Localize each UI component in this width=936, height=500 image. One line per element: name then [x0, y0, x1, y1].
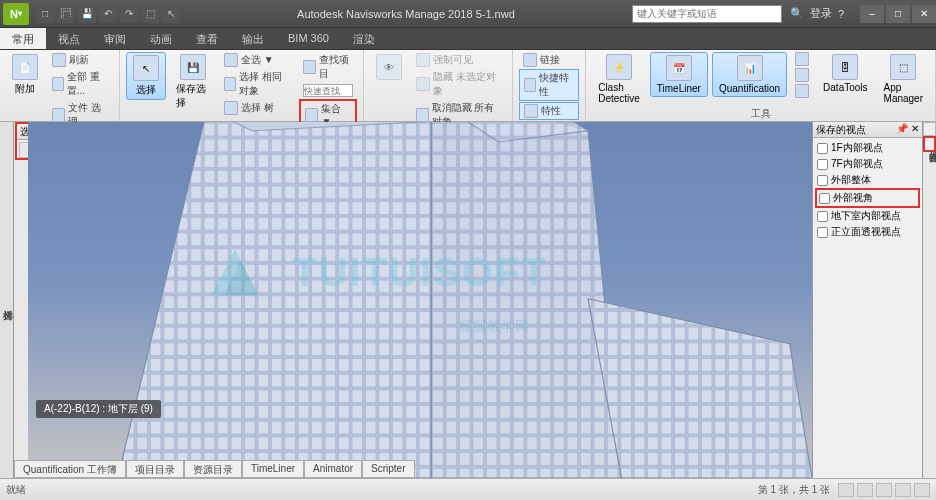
timeliner-icon: 📅 — [666, 55, 692, 81]
qat-cursor-icon[interactable]: ↖ — [162, 5, 180, 23]
help-search-input[interactable] — [632, 5, 782, 23]
select-tree-button[interactable]: 选择 树 — [220, 100, 295, 116]
file-icon — [52, 108, 65, 122]
ribbon: 📄附加 刷新 全部 重置... 文件 选理 项目 ▼ ↖选择 💾保存选择 全选 … — [0, 50, 936, 122]
autodesk-render-icon[interactable] — [795, 52, 809, 66]
viewport-3d[interactable]: TUITUISOFT 腿腿教学网 A(-22)-B(12) : 地下层 (9) — [28, 122, 812, 478]
save-sel-icon: 💾 — [180, 54, 206, 80]
camera-icon — [817, 211, 828, 222]
links-button[interactable]: 链接 — [519, 52, 579, 68]
properties-dock-tab[interactable]: 特性 — [923, 122, 936, 136]
saved-viewpoints-panel: 保存的视点📌 ✕ 1F内部视点 7F内部视点 外部整体 外部视角 地下室内部视点… — [812, 122, 922, 478]
btab-item-catalog[interactable]: 项目目录 — [126, 460, 184, 478]
qat-open-icon[interactable]: ⿸ — [57, 5, 75, 23]
select-button[interactable]: ↖选择 — [126, 52, 166, 100]
app-logo[interactable]: N▾ — [3, 3, 29, 25]
clash-button[interactable]: ⚡Clash Detective — [592, 52, 646, 106]
saved-viewpoints-title: 保存的视点 — [816, 123, 866, 136]
scripter-icon[interactable] — [795, 84, 809, 98]
save-selection-button[interactable]: 💾保存选择 — [170, 52, 216, 112]
datatools-icon: 🗄 — [832, 54, 858, 80]
find-items-button[interactable]: 查找项目 — [299, 52, 357, 82]
link-icon — [523, 53, 537, 67]
sb-icon-2[interactable] — [857, 483, 873, 497]
qat-select-icon[interactable]: ⬚ — [141, 5, 159, 23]
close-button[interactable]: ✕ — [912, 5, 936, 23]
tab-view[interactable]: 查看 — [184, 28, 230, 49]
camera-icon — [819, 193, 830, 204]
tab-bim360[interactable]: BIM 360 — [276, 28, 341, 49]
reset-icon — [52, 77, 64, 91]
btab-resource-catalog[interactable]: 资源目录 — [184, 460, 242, 478]
quick-prop-button[interactable]: 快捷特性 — [519, 69, 579, 101]
login-label[interactable]: 登录 — [810, 6, 832, 21]
panel-tools-label: 工具 — [592, 106, 929, 122]
tab-output[interactable]: 输出 — [230, 28, 276, 49]
status-left: 就绪 — [6, 483, 26, 497]
properties-button[interactable]: 特性 — [519, 102, 579, 120]
refresh-button[interactable]: 刷新 — [48, 52, 113, 68]
tab-render[interactable]: 渲染 — [341, 28, 387, 49]
require-button[interactable]: 强制可见 — [412, 52, 505, 68]
statusbar: 就绪 第 1 张，共 1 张 — [0, 478, 936, 500]
qat-redo-icon[interactable]: ↷ — [120, 5, 138, 23]
svg-marker-5 — [588, 299, 812, 478]
append-button[interactable]: 📄附加 — [6, 52, 44, 98]
selection-tree-dock-tab[interactable]: 选择树 — [0, 122, 14, 478]
viewpoint-item-selected[interactable]: 外部视角 — [815, 188, 920, 208]
watermark-subtitle: 腿腿教学网 — [459, 318, 529, 336]
search-icon[interactable]: 🔍 — [790, 7, 804, 20]
tab-review[interactable]: 审阅 — [92, 28, 138, 49]
btab-timeliner[interactable]: TimeLiner — [242, 460, 304, 478]
select-all-button[interactable]: 全选 ▼ — [220, 52, 295, 68]
quick-find-input[interactable] — [303, 84, 353, 97]
animator-icon[interactable] — [795, 68, 809, 82]
appmanager-button[interactable]: ⬚App Manager — [878, 52, 929, 106]
ribbon-tabs: 常用 视点 审阅 动画 查看 输出 BIM 360 渲染 — [0, 28, 936, 50]
sb-icon-1[interactable] — [838, 483, 854, 497]
camera-icon — [817, 175, 828, 186]
btab-animator[interactable]: Animator — [304, 460, 362, 478]
tab-viewpoint[interactable]: 视点 — [46, 28, 92, 49]
sb-icon-3[interactable] — [876, 483, 892, 497]
viewport-coord-overlay: A(-22)-B(12) : 地下层 (9) — [36, 400, 161, 418]
find-icon — [303, 60, 315, 74]
qat-save-icon[interactable]: 💾 — [78, 5, 96, 23]
timeliner-button[interactable]: 📅TimeLiner — [650, 52, 708, 97]
reset-all-button[interactable]: 全部 重置... — [48, 69, 113, 99]
btab-quantification[interactable]: Quantification 工作簿 — [14, 460, 126, 478]
panel-pin-icon[interactable]: 📌 ✕ — [896, 123, 919, 136]
hide-icon: 👁 — [376, 54, 402, 80]
quick-find-button[interactable] — [299, 83, 357, 98]
maximize-button[interactable]: □ — [886, 5, 910, 23]
camera-icon — [817, 143, 828, 154]
select-same-button[interactable]: 选择 相同对象 — [220, 69, 295, 99]
help-icon[interactable]: ? — [838, 8, 844, 20]
viewpoint-item[interactable]: 7F内部视点 — [815, 156, 920, 172]
tab-animation[interactable]: 动画 — [138, 28, 184, 49]
watermark-logo — [200, 237, 270, 307]
viewpoint-item[interactable]: 地下室内部视点 — [815, 208, 920, 224]
tab-home[interactable]: 常用 — [0, 28, 46, 49]
saved-viewpoints-dock-tab[interactable]: 保存的视点 — [923, 136, 936, 152]
svg-marker-2 — [118, 122, 432, 478]
cursor-icon: ↖ — [133, 55, 159, 81]
viewpoint-item[interactable]: 正立面透视视点 — [815, 224, 920, 240]
quant-icon: 📊 — [737, 55, 763, 81]
datatools-button[interactable]: 🗄DataTools — [817, 52, 873, 95]
hide-unsel-button[interactable]: 隐藏 未选定对象 — [412, 69, 505, 99]
viewpoint-item[interactable]: 外部整体 — [815, 172, 920, 188]
sb-icon-4[interactable] — [895, 483, 911, 497]
camera-icon — [817, 159, 828, 170]
app-icon: ⬚ — [890, 54, 916, 80]
btab-scripter[interactable]: Scripter — [362, 460, 414, 478]
qat-new-icon[interactable]: □ — [36, 5, 54, 23]
qat-undo-icon[interactable]: ↶ — [99, 5, 117, 23]
hide-button[interactable]: 👁 — [370, 52, 408, 84]
viewpoint-item[interactable]: 1F内部视点 — [815, 140, 920, 156]
quantification-button[interactable]: 📊Quantification — [712, 52, 787, 97]
refresh-icon — [52, 53, 66, 67]
bottom-docked-tabs: Quantification 工作簿 项目目录 资源目录 TimeLiner A… — [14, 460, 415, 478]
sb-icon-5[interactable] — [914, 483, 930, 497]
minimize-button[interactable]: – — [860, 5, 884, 23]
